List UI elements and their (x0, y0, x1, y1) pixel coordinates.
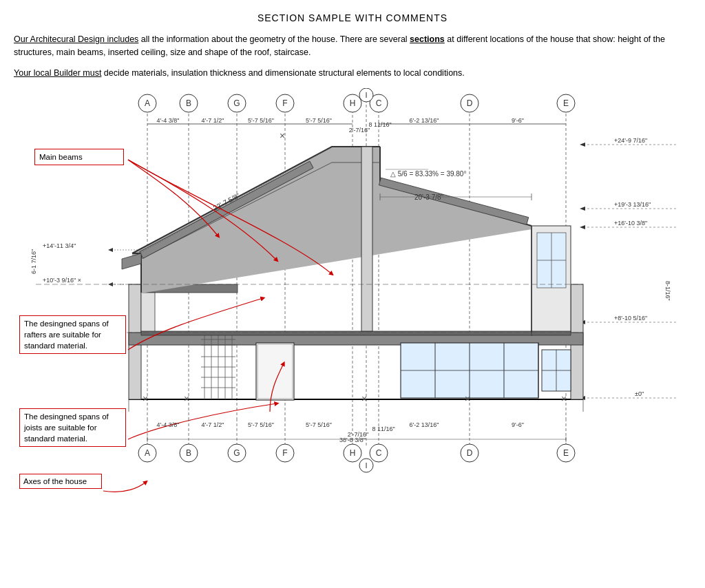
svg-rect-100 (141, 331, 532, 335)
diagram-area: Main beams The desingned spans of rafter… (14, 88, 691, 515)
svg-text:8 11/16": 8 11/16" (368, 121, 391, 128)
svg-text:C: C (376, 98, 382, 108)
svg-text:+14'-11 3/4": +14'-11 3/4" (43, 242, 76, 249)
svg-text:4'-4 3/8": 4'-4 3/8" (157, 117, 180, 124)
svg-marker-111 (122, 253, 141, 269)
svg-text:E: E (563, 98, 569, 108)
svg-text:+19'-3 13/16": +19'-3 13/16" (614, 201, 651, 208)
svg-text:F: F (282, 98, 287, 108)
svg-text:×: × (561, 393, 567, 404)
svg-text:B: B (186, 448, 191, 458)
comment-axes: Axes of the house (19, 474, 102, 489)
svg-text:5'-7 5/16": 5'-7 5/16" (248, 117, 274, 124)
svg-text:H: H (350, 98, 356, 108)
svg-text:±0": ±0" (635, 390, 644, 397)
svg-text:+16'-10 3/8": +16'-10 3/8" (614, 220, 647, 227)
comment-rafters: The desingned spans of rafters are suita… (19, 315, 126, 354)
svg-text:I: I (365, 461, 367, 470)
svg-text:6'-2 13/16": 6'-2 13/16" (410, 117, 439, 124)
svg-text:38'-8 3/8": 38'-8 3/8" (339, 437, 366, 443)
svg-text:9'-6": 9'-6" (512, 421, 524, 428)
svg-marker-102 (132, 147, 532, 293)
svg-marker-49 (580, 225, 585, 229)
svg-text:4'-7 1/2": 4'-7 1/2" (202, 117, 224, 124)
svg-marker-60 (108, 248, 113, 252)
comment-main-beams: Main beams (34, 149, 124, 165)
svg-text:8 11/16": 8 11/16" (372, 426, 394, 432)
svg-text:×: × (143, 393, 148, 404)
svg-text:20'-3 7/8": 20'-3 7/8" (414, 193, 444, 201)
svg-text:4'-4 3/8": 4'-4 3/8" (157, 421, 180, 428)
svg-text:A: A (145, 448, 150, 458)
intro-paragraph-2: Your local Builder must decide materials… (14, 67, 682, 80)
page: SECTION SAMPLE WITH COMMENTS Our Archite… (0, 0, 705, 588)
svg-text:D: D (467, 98, 473, 108)
svg-text:D: D (467, 448, 473, 458)
svg-text:B: B (186, 98, 191, 108)
svg-text:I: I (365, 91, 367, 99)
svg-rect-101 (532, 331, 571, 335)
svg-text:9'-6": 9'-6" (512, 117, 524, 124)
svg-text:8-1/16": 8-1/16" (664, 281, 671, 301)
svg-text:×: × (184, 393, 189, 404)
svg-rect-86 (257, 344, 293, 399)
svg-text:2'-7/16": 2'-7/16" (349, 127, 370, 134)
svg-text:H: H (350, 448, 356, 458)
svg-text:F: F (282, 448, 287, 458)
svg-text:×: × (280, 130, 285, 141)
svg-text:+24'-9 7/16": +24'-9 7/16" (614, 137, 647, 144)
svg-text:A: A (145, 98, 150, 108)
svg-text:G: G (233, 98, 240, 108)
page-title: SECTION SAMPLE WITH COMMENTS (14, 12, 691, 23)
svg-text:G: G (233, 448, 240, 458)
svg-text:C: C (376, 448, 382, 458)
svg-rect-110 (361, 147, 372, 331)
svg-text:5'-7 5/16": 5'-7 5/16" (306, 421, 332, 428)
svg-text:+8'-10 5/16": +8'-10 5/16" (614, 315, 647, 322)
svg-text:E: E (563, 448, 569, 458)
svg-text:6-1 7/16": 6-1 7/16" (30, 249, 37, 274)
intro-paragraph-1: Our Architecural Design includes all the… (14, 33, 682, 60)
svg-text:5'-7 5/16": 5'-7 5/16" (248, 421, 274, 428)
comment-joists: The desingned spans of joists are suitab… (19, 408, 126, 447)
svg-marker-43 (580, 143, 585, 147)
svg-text:×: × (465, 393, 470, 404)
svg-text:×: × (361, 393, 367, 404)
svg-text:4'-7 1/2": 4'-7 1/2" (202, 421, 224, 428)
svg-marker-46 (580, 207, 585, 211)
svg-text:5'-7 5/16": 5'-7 5/16" (306, 117, 332, 124)
svg-text:6'-2 13/16": 6'-2 13/16" (410, 421, 439, 428)
svg-text:△ 5/6 = 83.33% = 39.80°: △ 5/6 = 83.33% = 39.80° (390, 170, 466, 178)
svg-text:+10'-3 9/16" ×: +10'-3 9/16" × (43, 277, 81, 284)
svg-rect-72 (141, 293, 155, 333)
